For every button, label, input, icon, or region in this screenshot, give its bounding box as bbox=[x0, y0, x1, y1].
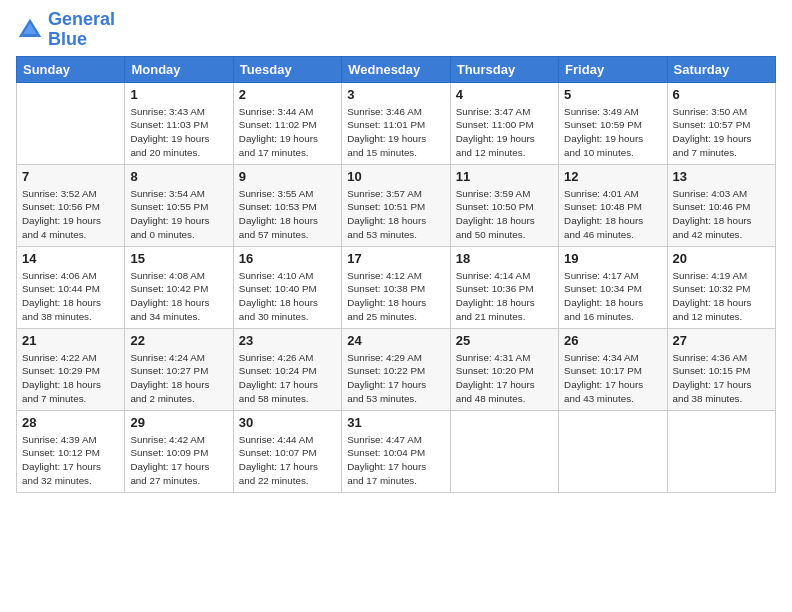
cell-info: Sunrise: 4:42 AM Sunset: 10:09 PM Daylig… bbox=[130, 433, 227, 488]
cell-info: Sunrise: 4:34 AM Sunset: 10:17 PM Daylig… bbox=[564, 351, 661, 406]
calendar-cell: 26Sunrise: 4:34 AM Sunset: 10:17 PM Dayl… bbox=[559, 328, 667, 410]
cell-date-number: 20 bbox=[673, 250, 770, 268]
calendar-cell: 10Sunrise: 3:57 AM Sunset: 10:51 PM Dayl… bbox=[342, 164, 450, 246]
logo: General Blue bbox=[16, 10, 115, 50]
calendar-cell: 12Sunrise: 4:01 AM Sunset: 10:48 PM Dayl… bbox=[559, 164, 667, 246]
cell-info: Sunrise: 3:46 AM Sunset: 11:01 PM Daylig… bbox=[347, 105, 444, 160]
calendar-cell: 15Sunrise: 4:08 AM Sunset: 10:42 PM Dayl… bbox=[125, 246, 233, 328]
cell-date-number: 2 bbox=[239, 86, 336, 104]
cell-info: Sunrise: 4:44 AM Sunset: 10:07 PM Daylig… bbox=[239, 433, 336, 488]
cell-info: Sunrise: 4:06 AM Sunset: 10:44 PM Daylig… bbox=[22, 269, 119, 324]
cell-date-number: 28 bbox=[22, 414, 119, 432]
calendar-cell: 7Sunrise: 3:52 AM Sunset: 10:56 PM Dayli… bbox=[17, 164, 125, 246]
cell-date-number: 4 bbox=[456, 86, 553, 104]
cell-info: Sunrise: 4:36 AM Sunset: 10:15 PM Daylig… bbox=[673, 351, 770, 406]
cell-date-number: 5 bbox=[564, 86, 661, 104]
cell-date-number: 6 bbox=[673, 86, 770, 104]
logo-name: General Blue bbox=[48, 10, 115, 50]
cell-date-number: 9 bbox=[239, 168, 336, 186]
weekday-header-row: SundayMondayTuesdayWednesdayThursdayFrid… bbox=[17, 56, 776, 82]
calendar-cell: 1Sunrise: 3:43 AM Sunset: 11:03 PM Dayli… bbox=[125, 82, 233, 164]
cell-info: Sunrise: 3:44 AM Sunset: 11:02 PM Daylig… bbox=[239, 105, 336, 160]
calendar-cell: 25Sunrise: 4:31 AM Sunset: 10:20 PM Dayl… bbox=[450, 328, 558, 410]
calendar-cell bbox=[450, 410, 558, 492]
cell-info: Sunrise: 4:39 AM Sunset: 10:12 PM Daylig… bbox=[22, 433, 119, 488]
cell-info: Sunrise: 3:54 AM Sunset: 10:55 PM Daylig… bbox=[130, 187, 227, 242]
calendar-cell: 18Sunrise: 4:14 AM Sunset: 10:36 PM Dayl… bbox=[450, 246, 558, 328]
svg-rect-2 bbox=[23, 34, 37, 37]
cell-date-number: 23 bbox=[239, 332, 336, 350]
cell-info: Sunrise: 4:29 AM Sunset: 10:22 PM Daylig… bbox=[347, 351, 444, 406]
calendar-cell bbox=[17, 82, 125, 164]
cell-date-number: 27 bbox=[673, 332, 770, 350]
cell-date-number: 1 bbox=[130, 86, 227, 104]
calendar-cell: 16Sunrise: 4:10 AM Sunset: 10:40 PM Dayl… bbox=[233, 246, 341, 328]
cell-info: Sunrise: 4:14 AM Sunset: 10:36 PM Daylig… bbox=[456, 269, 553, 324]
calendar-week-row: 28Sunrise: 4:39 AM Sunset: 10:12 PM Dayl… bbox=[17, 410, 776, 492]
cell-info: Sunrise: 4:31 AM Sunset: 10:20 PM Daylig… bbox=[456, 351, 553, 406]
calendar-cell: 4Sunrise: 3:47 AM Sunset: 11:00 PM Dayli… bbox=[450, 82, 558, 164]
cell-date-number: 16 bbox=[239, 250, 336, 268]
calendar-cell: 9Sunrise: 3:55 AM Sunset: 10:53 PM Dayli… bbox=[233, 164, 341, 246]
cell-date-number: 29 bbox=[130, 414, 227, 432]
calendar-cell: 31Sunrise: 4:47 AM Sunset: 10:04 PM Dayl… bbox=[342, 410, 450, 492]
calendar-cell: 14Sunrise: 4:06 AM Sunset: 10:44 PM Dayl… bbox=[17, 246, 125, 328]
weekday-header-tuesday: Tuesday bbox=[233, 56, 341, 82]
calendar-cell: 24Sunrise: 4:29 AM Sunset: 10:22 PM Dayl… bbox=[342, 328, 450, 410]
cell-info: Sunrise: 4:19 AM Sunset: 10:32 PM Daylig… bbox=[673, 269, 770, 324]
cell-date-number: 7 bbox=[22, 168, 119, 186]
cell-date-number: 14 bbox=[22, 250, 119, 268]
cell-date-number: 10 bbox=[347, 168, 444, 186]
cell-date-number: 8 bbox=[130, 168, 227, 186]
cell-info: Sunrise: 3:55 AM Sunset: 10:53 PM Daylig… bbox=[239, 187, 336, 242]
cell-info: Sunrise: 4:24 AM Sunset: 10:27 PM Daylig… bbox=[130, 351, 227, 406]
calendar-cell: 6Sunrise: 3:50 AM Sunset: 10:57 PM Dayli… bbox=[667, 82, 775, 164]
calendar-cell: 29Sunrise: 4:42 AM Sunset: 10:09 PM Dayl… bbox=[125, 410, 233, 492]
weekday-header-wednesday: Wednesday bbox=[342, 56, 450, 82]
cell-date-number: 13 bbox=[673, 168, 770, 186]
cell-info: Sunrise: 4:26 AM Sunset: 10:24 PM Daylig… bbox=[239, 351, 336, 406]
calendar-cell: 5Sunrise: 3:49 AM Sunset: 10:59 PM Dayli… bbox=[559, 82, 667, 164]
weekday-header-monday: Monday bbox=[125, 56, 233, 82]
calendar-cell: 21Sunrise: 4:22 AM Sunset: 10:29 PM Dayl… bbox=[17, 328, 125, 410]
cell-info: Sunrise: 3:43 AM Sunset: 11:03 PM Daylig… bbox=[130, 105, 227, 160]
cell-info: Sunrise: 4:10 AM Sunset: 10:40 PM Daylig… bbox=[239, 269, 336, 324]
cell-date-number: 15 bbox=[130, 250, 227, 268]
cell-date-number: 21 bbox=[22, 332, 119, 350]
cell-info: Sunrise: 3:52 AM Sunset: 10:56 PM Daylig… bbox=[22, 187, 119, 242]
calendar-week-row: 21Sunrise: 4:22 AM Sunset: 10:29 PM Dayl… bbox=[17, 328, 776, 410]
calendar-table: SundayMondayTuesdayWednesdayThursdayFrid… bbox=[16, 56, 776, 493]
cell-info: Sunrise: 3:50 AM Sunset: 10:57 PM Daylig… bbox=[673, 105, 770, 160]
cell-info: Sunrise: 4:12 AM Sunset: 10:38 PM Daylig… bbox=[347, 269, 444, 324]
calendar-week-row: 14Sunrise: 4:06 AM Sunset: 10:44 PM Dayl… bbox=[17, 246, 776, 328]
cell-info: Sunrise: 4:22 AM Sunset: 10:29 PM Daylig… bbox=[22, 351, 119, 406]
cell-date-number: 31 bbox=[347, 414, 444, 432]
cell-date-number: 19 bbox=[564, 250, 661, 268]
cell-date-number: 12 bbox=[564, 168, 661, 186]
cell-info: Sunrise: 3:59 AM Sunset: 10:50 PM Daylig… bbox=[456, 187, 553, 242]
cell-date-number: 17 bbox=[347, 250, 444, 268]
calendar-cell: 27Sunrise: 4:36 AM Sunset: 10:15 PM Dayl… bbox=[667, 328, 775, 410]
cell-date-number: 3 bbox=[347, 86, 444, 104]
weekday-header-thursday: Thursday bbox=[450, 56, 558, 82]
calendar-cell: 19Sunrise: 4:17 AM Sunset: 10:34 PM Dayl… bbox=[559, 246, 667, 328]
calendar-cell: 8Sunrise: 3:54 AM Sunset: 10:55 PM Dayli… bbox=[125, 164, 233, 246]
cell-date-number: 30 bbox=[239, 414, 336, 432]
calendar-week-row: 1Sunrise: 3:43 AM Sunset: 11:03 PM Dayli… bbox=[17, 82, 776, 164]
cell-date-number: 24 bbox=[347, 332, 444, 350]
calendar-cell: 20Sunrise: 4:19 AM Sunset: 10:32 PM Dayl… bbox=[667, 246, 775, 328]
cell-info: Sunrise: 4:03 AM Sunset: 10:46 PM Daylig… bbox=[673, 187, 770, 242]
weekday-header-friday: Friday bbox=[559, 56, 667, 82]
calendar-cell: 22Sunrise: 4:24 AM Sunset: 10:27 PM Dayl… bbox=[125, 328, 233, 410]
page-header: General Blue bbox=[16, 10, 776, 50]
cell-date-number: 22 bbox=[130, 332, 227, 350]
cell-date-number: 18 bbox=[456, 250, 553, 268]
cell-info: Sunrise: 4:08 AM Sunset: 10:42 PM Daylig… bbox=[130, 269, 227, 324]
weekday-header-saturday: Saturday bbox=[667, 56, 775, 82]
cell-info: Sunrise: 4:01 AM Sunset: 10:48 PM Daylig… bbox=[564, 187, 661, 242]
calendar-cell: 28Sunrise: 4:39 AM Sunset: 10:12 PM Dayl… bbox=[17, 410, 125, 492]
calendar-cell bbox=[559, 410, 667, 492]
cell-info: Sunrise: 4:47 AM Sunset: 10:04 PM Daylig… bbox=[347, 433, 444, 488]
calendar-week-row: 7Sunrise: 3:52 AM Sunset: 10:56 PM Dayli… bbox=[17, 164, 776, 246]
calendar-cell: 2Sunrise: 3:44 AM Sunset: 11:02 PM Dayli… bbox=[233, 82, 341, 164]
